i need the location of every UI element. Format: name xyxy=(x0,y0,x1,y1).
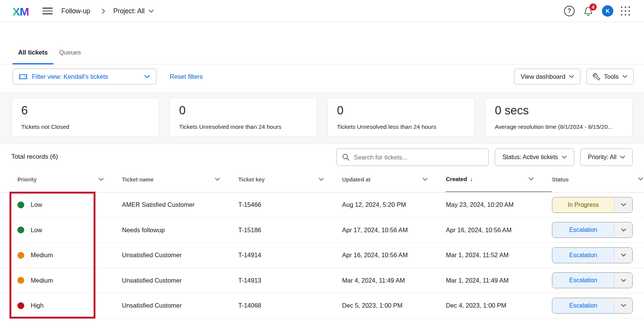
status-caret[interactable] xyxy=(614,248,632,263)
ticket-table-body: Low AMER Satisfied Customer T-15466 Aug … xyxy=(0,192,644,319)
chevron-down-icon xyxy=(621,203,626,206)
breadcrumb-chevron-icon xyxy=(102,8,105,14)
app-launcher-icon[interactable] xyxy=(621,6,630,16)
ticket-key-cell: T-15186 xyxy=(238,227,342,234)
status-caret[interactable] xyxy=(614,222,632,238)
table-row-T-15186[interactable]: Low Needs followup T-15186 Apr 17, 2024,… xyxy=(0,218,644,243)
filter-view-dropdown[interactable]: Filter view: Kendall's tickets xyxy=(13,69,156,84)
chevron-down-icon xyxy=(621,253,626,257)
chevron-down-icon xyxy=(215,178,220,181)
created-cell: May 23, 2024, 10:20 AM xyxy=(446,201,552,208)
column-header-status[interactable]: Status xyxy=(552,167,633,192)
priority-dot xyxy=(17,277,24,284)
stat-value: 0 xyxy=(179,104,307,117)
xm-logo: XM xyxy=(13,5,29,18)
column-header-ticket-key[interactable]: Ticket key xyxy=(238,167,342,192)
priority-label: High xyxy=(31,302,44,309)
priority-label: Low xyxy=(31,201,42,208)
ticket-name-cell: Unsatisfied Customer xyxy=(122,252,238,259)
ticket-name-cell: Unsatisfied Customer xyxy=(122,277,238,284)
tab-all-tickets[interactable]: All tickets xyxy=(13,42,53,64)
tools-button[interactable]: Tools xyxy=(586,69,634,84)
notifications-button[interactable]: 4 xyxy=(582,5,594,17)
table-row-T-14913[interactable]: Medium Unsatisfied Customer T-14913 Mar … xyxy=(0,268,644,294)
project-selector-label: Project: All xyxy=(113,7,145,15)
status-dropdown-button[interactable]: Escalation xyxy=(552,222,633,238)
status-cell: Escalation xyxy=(552,272,633,288)
status-dropdown-button[interactable]: Escalation xyxy=(552,247,633,263)
ticket-key-cell: T-15466 xyxy=(238,201,342,208)
priority-cell: High xyxy=(17,302,122,309)
view-dashboard-button[interactable]: View dashboard xyxy=(514,69,580,84)
column-header-ticket-name[interactable]: Ticket name xyxy=(122,167,238,192)
ticket-key-cell: T-14914 xyxy=(238,252,342,259)
project-selector[interactable]: Project: All xyxy=(113,0,154,22)
priority-dot xyxy=(17,202,24,208)
updated-at-cell: Aug 12, 2024, 5:20 PM xyxy=(342,201,446,208)
stat-label: Tickets Unresolved more than 24 hours xyxy=(179,123,307,130)
status-badge[interactable]: Escalation xyxy=(552,273,614,288)
priority-cell: Medium xyxy=(17,277,122,284)
reset-filters-link[interactable]: Reset filters xyxy=(170,69,203,84)
status-dropdown-button[interactable]: Escalation xyxy=(552,298,633,314)
filter-view-label: Filter view: Kendall's tickets xyxy=(32,73,108,80)
chevron-down-icon xyxy=(144,75,150,78)
chevron-down-icon xyxy=(569,75,574,78)
priority-filter-dropdown[interactable]: Priority: All xyxy=(580,148,633,166)
priority-dot xyxy=(17,302,24,309)
stat-value: 0 secs xyxy=(495,104,623,117)
tab-bar: All tickets Queues xyxy=(0,22,644,64)
chevron-down-icon xyxy=(620,156,625,159)
column-header-updated-at[interactable]: Updated at xyxy=(342,167,446,192)
hamburger-menu-icon[interactable] xyxy=(42,6,53,16)
avatar[interactable]: K xyxy=(602,5,613,17)
total-records-label: Total records (6) xyxy=(11,153,58,161)
updated-at-cell: Dec 5, 2023, 1:00 PM xyxy=(342,302,446,309)
tab-queues[interactable]: Queues xyxy=(53,42,87,64)
priority-cell: Low xyxy=(17,201,122,208)
stat-label: Average resolution time (8/1/2024 - 8/15… xyxy=(495,123,623,130)
status-badge[interactable]: Escalation xyxy=(552,248,614,263)
chevron-down-icon xyxy=(621,304,626,307)
status-caret[interactable] xyxy=(614,298,632,313)
table-row-T-14914[interactable]: Medium Unsatisfied Customer T-14914 Apr … xyxy=(0,243,644,268)
status-cell: Escalation xyxy=(552,222,633,238)
stat-card-unresolved-more-24h: 0 Tickets Unresolved more than 24 hours xyxy=(169,98,317,137)
stat-label: Tickets Unresolved less than 24 hours xyxy=(337,123,465,130)
status-dropdown-button[interactable]: In Progress xyxy=(552,197,633,213)
ticket-search xyxy=(336,148,489,166)
table-row-T-15466[interactable]: Low AMER Satisfied Customer T-15466 Aug … xyxy=(0,192,644,218)
ticket-key-cell: T-14913 xyxy=(238,277,342,284)
priority-label: Medium xyxy=(31,277,53,284)
top-bar: XM Follow-up Project: All ? 4 K xyxy=(0,0,644,22)
column-header-priority[interactable]: Priority xyxy=(17,167,122,192)
stat-card-tickets-not-closed: 6 Tickets not Closed xyxy=(11,98,159,137)
search-input[interactable] xyxy=(354,154,483,161)
status-filter-dropdown[interactable]: Status: Active tickets xyxy=(495,148,574,166)
priority-dot xyxy=(17,227,24,233)
created-cell: Dec 4, 2023, 1:00 PM xyxy=(446,302,552,309)
status-caret[interactable] xyxy=(614,197,632,213)
status-badge[interactable]: In Progress xyxy=(552,197,614,213)
priority-cell: Medium xyxy=(17,252,122,259)
stat-value: 0 xyxy=(337,104,465,117)
chevron-down-icon xyxy=(422,178,428,181)
priority-dot xyxy=(17,252,24,259)
status-badge[interactable]: Escalation xyxy=(552,222,614,238)
ticket-name-cell: Unsatisfied Customer xyxy=(122,302,238,309)
column-header-created[interactable]: Created ↓ xyxy=(446,167,552,192)
chevron-down-icon xyxy=(98,178,104,181)
breadcrumb-section[interactable]: Follow-up xyxy=(61,0,90,22)
status-dropdown-button[interactable]: Escalation xyxy=(552,272,633,288)
status-badge[interactable]: Escalation xyxy=(552,298,614,313)
stat-card-unresolved-less-24h: 0 Tickets Unresolved less than 24 hours xyxy=(327,98,475,137)
stat-label: Tickets not Closed xyxy=(21,123,149,130)
chevron-down-icon xyxy=(528,177,534,181)
help-icon[interactable]: ? xyxy=(564,6,575,16)
stat-card-avg-resolution-time: 0 secs Average resolution time (8/1/2024… xyxy=(485,98,633,137)
updated-at-cell: Apr 17, 2024, 10:56 AM xyxy=(342,227,446,234)
status-caret[interactable] xyxy=(614,273,632,288)
stat-value: 6 xyxy=(21,104,149,117)
ticket-key-cell: T-14068 xyxy=(238,302,342,309)
table-row-T-14068[interactable]: High Unsatisfied Customer T-14068 Dec 5,… xyxy=(0,293,644,319)
